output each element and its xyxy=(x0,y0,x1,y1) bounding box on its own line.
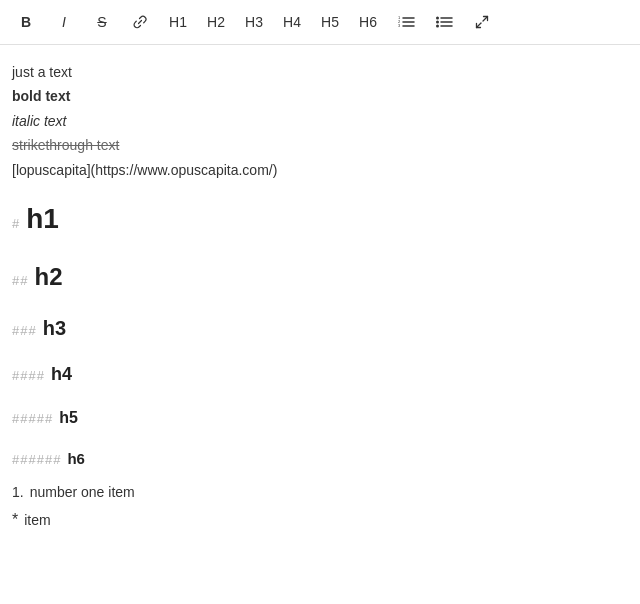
h1-text: h1 xyxy=(26,197,59,242)
h4-marks: #### xyxy=(12,366,45,387)
numbered-item-text: number one item xyxy=(30,481,135,503)
heading-5-line: ##### h5 xyxy=(12,405,628,431)
link-text: [lopuscapita](https://www.opuscapita.com… xyxy=(12,162,277,178)
strike-text-line: strikethrough text xyxy=(12,134,628,156)
heading-2-line: ## h2 xyxy=(12,258,628,296)
bullet-list-item: * item xyxy=(12,507,628,533)
h6-marks: ###### xyxy=(12,450,61,471)
h3-marks: ### xyxy=(12,321,37,342)
bullet-item-text: item xyxy=(24,509,50,531)
link-text-line: [lopuscapita](https://www.opuscapita.com… xyxy=(12,159,628,181)
h5-button[interactable]: H5 xyxy=(312,6,348,38)
strike-text: strikethrough text xyxy=(12,137,119,153)
bullet-marker: * xyxy=(12,507,18,533)
h2-text: h2 xyxy=(34,258,62,296)
numbered-marker: 1. xyxy=(12,481,24,503)
h3-button[interactable]: H3 xyxy=(236,6,272,38)
h5-text: h5 xyxy=(59,405,78,431)
strikethrough-button[interactable]: S xyxy=(84,6,120,38)
h2-marks: ## xyxy=(12,271,28,292)
h4-button[interactable]: H4 xyxy=(274,6,310,38)
italic-text-line: italic text xyxy=(12,110,628,132)
svg-point-9 xyxy=(436,17,439,20)
h3-text: h3 xyxy=(43,312,66,344)
bold-button[interactable]: B xyxy=(8,6,44,38)
italic-button[interactable]: I xyxy=(46,6,82,38)
h4-text: h4 xyxy=(51,360,72,389)
svg-text:3: 3 xyxy=(398,23,401,28)
editor-area[interactable]: just a text bold text italic text strike… xyxy=(0,45,640,553)
h6-button[interactable]: H6 xyxy=(350,6,386,38)
heading-1-line: # h1 xyxy=(12,197,628,242)
h2-button[interactable]: H2 xyxy=(198,6,234,38)
list-area: 1. number one item * item xyxy=(12,481,628,533)
h5-marks: ##### xyxy=(12,409,53,430)
heading-4-line: #### h4 xyxy=(12,360,628,389)
link-button[interactable] xyxy=(122,6,158,38)
unordered-list-button[interactable] xyxy=(426,6,462,38)
bold-text: bold text xyxy=(12,88,70,104)
plain-text: just a text xyxy=(12,64,72,80)
svg-point-10 xyxy=(436,21,439,24)
h1-button[interactable]: H1 xyxy=(160,6,196,38)
h1-marks: # xyxy=(12,214,20,235)
bold-text-line: bold text xyxy=(12,85,628,107)
expand-button[interactable] xyxy=(464,6,500,38)
ordered-list-button[interactable]: 1 2 3 xyxy=(388,6,424,38)
numbered-list-item: 1. number one item xyxy=(12,481,628,503)
h6-text: h6 xyxy=(67,447,85,471)
svg-point-11 xyxy=(436,25,439,28)
heading-6-line: ###### h6 xyxy=(12,447,628,471)
plain-text-line: just a text xyxy=(12,61,628,83)
toolbar: B I S H1 H2 H3 H4 H5 H6 1 2 3 xyxy=(0,0,640,45)
heading-3-line: ### h3 xyxy=(12,312,628,344)
italic-text: italic text xyxy=(12,113,66,129)
